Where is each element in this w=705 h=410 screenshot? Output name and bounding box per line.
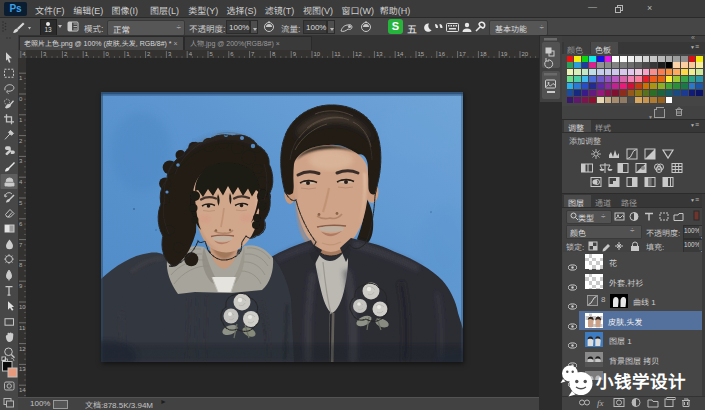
- svg-text:3: 3: [19, 158, 23, 164]
- svg-text:7: 7: [19, 242, 23, 248]
- svg-text:2: 2: [19, 138, 23, 144]
- svg-text:4: 4: [19, 179, 23, 185]
- svg-text:6: 6: [19, 221, 23, 227]
- svg-text:0: 0: [19, 96, 23, 102]
- svg-text:1: 1: [19, 117, 23, 123]
- svg-text:5: 5: [19, 200, 23, 206]
- svg-text:1: 1: [19, 75, 23, 81]
- svg-text:8: 8: [19, 262, 23, 268]
- svg-text:9: 9: [19, 283, 23, 289]
